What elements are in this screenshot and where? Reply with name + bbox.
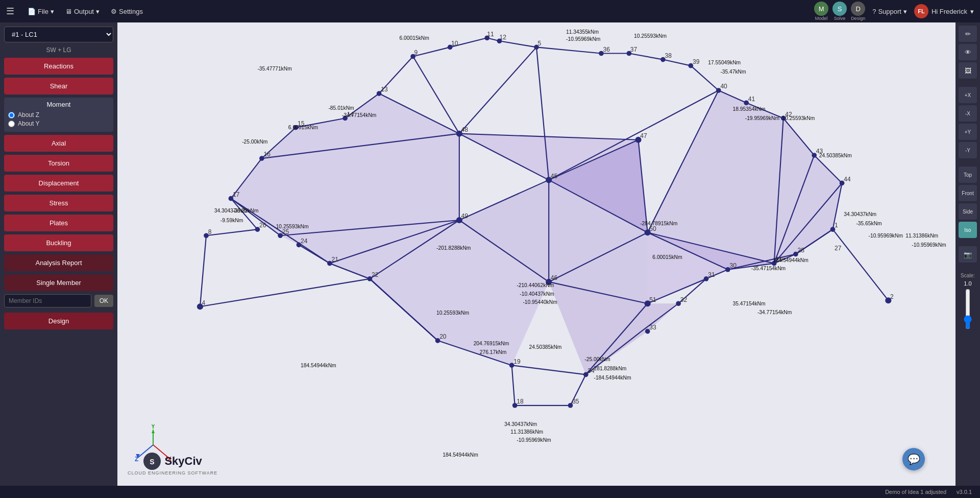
torsion-button[interactable]: Torsion — [4, 155, 113, 172]
svg-text:18.95354kNm: 18.95354kNm — [733, 106, 766, 112]
svg-text:-201.8288kNm: -201.8288kNm — [436, 245, 471, 251]
svg-text:-25.00kNm: -25.00kNm — [242, 139, 267, 145]
svg-text:27: 27 — [835, 245, 842, 252]
svg-text:-35.47771kNm: -35.47771kNm — [257, 66, 291, 72]
image-button[interactable]: 🖼 — [959, 62, 977, 79]
svg-line-11 — [499, 41, 536, 47]
svg-text:11.34355kNm: 11.34355kNm — [566, 29, 599, 35]
svg-text:51: 51 — [649, 296, 656, 303]
svg-text:24.50385kNm: 24.50385kNm — [819, 153, 852, 158]
front-view-button[interactable]: Front — [959, 185, 977, 201]
stress-button[interactable]: Stress — [4, 195, 113, 211]
skyciv-logo: S SkyCiv CLOUD ENGINEERING SOFTWARE — [128, 452, 217, 476]
pencil-icon: ✏ — [965, 30, 971, 38]
ok-button[interactable]: OK — [94, 295, 113, 307]
support-button[interactable]: ? Support ▾ — [872, 8, 907, 15]
svg-text:38: 38 — [665, 52, 672, 59]
svg-text:10.25593kNm: 10.25593kNm — [634, 33, 667, 39]
image-icon: 🖼 — [965, 67, 971, 75]
svg-text:21: 21 — [332, 256, 339, 263]
structural-diagram: 9 10 11 12 5 36 37 38 39 40 41 42 43 44 … — [117, 22, 955, 486]
about-y-row: About Y — [8, 120, 109, 127]
top-view-button[interactable]: Top — [959, 167, 977, 183]
user-avatar: FL — [914, 4, 928, 18]
analysis-report-button[interactable]: Analysis Report — [4, 254, 113, 271]
svg-text:-10.95969kNm: -10.95969kNm — [517, 437, 551, 443]
svg-text:37: 37 — [630, 46, 638, 53]
scale-slider[interactable] — [963, 289, 973, 329]
file-icon: 📄 — [28, 8, 36, 15]
mode-design-btn[interactable]: D — [851, 2, 865, 16]
svg-text:10.25593kNm: 10.25593kNm — [276, 224, 309, 229]
mode-model-group: M Model — [814, 2, 828, 21]
svg-text:-34.77154kNm: -34.77154kNm — [342, 112, 376, 118]
file-menu[interactable]: 📄 File ▾ — [23, 6, 58, 17]
moment-section: Moment About Z About Y — [4, 98, 113, 132]
svg-text:36: 36 — [603, 46, 610, 53]
svg-text:30: 30 — [730, 262, 737, 269]
camera-button[interactable]: 📷 — [959, 246, 977, 263]
single-member-button[interactable]: Single Member — [4, 274, 113, 291]
about-z-radio[interactable] — [8, 112, 15, 118]
displacement-button[interactable]: Displacement — [4, 175, 113, 192]
plus-x-button[interactable]: +X — [959, 87, 977, 103]
svg-text:24.50385kNm: 24.50385kNm — [529, 344, 561, 350]
svg-text:-210.44062kNm: -210.44062kNm — [517, 282, 554, 288]
iso-view-button[interactable]: Iso — [959, 222, 977, 238]
about-y-radio[interactable] — [8, 121, 15, 127]
member-id-input[interactable] — [4, 294, 91, 307]
load-case-select[interactable]: #1 - LC1 — [4, 27, 113, 42]
svg-text:6.00015kNm: 6.00015kNm — [288, 125, 318, 130]
side-view-button[interactable]: Side — [959, 203, 977, 220]
svg-line-22 — [206, 229, 257, 235]
svg-text:-10.95969kNm: -10.95969kNm — [912, 242, 946, 248]
plus-y-button[interactable]: +Y — [959, 124, 977, 140]
user-button[interactable]: FL Hi Frederick ▾ — [914, 4, 974, 18]
svg-text:-10.95969kNm: -10.95969kNm — [566, 36, 600, 42]
svg-text:8: 8 — [208, 228, 212, 235]
svg-text:31: 31 — [708, 271, 715, 278]
mode-solve-btn[interactable]: S — [832, 2, 847, 16]
minus-x-button[interactable]: -X — [959, 105, 977, 122]
shear-button[interactable]: Shear — [4, 78, 113, 94]
svg-text:204.76915kNm: 204.76915kNm — [474, 341, 509, 346]
member-id-row: OK — [4, 294, 113, 307]
svg-text:17.55049kNm: 17.55049kNm — [708, 60, 741, 65]
topbar-nav: 📄 File ▾ 🖥 Output ▾ ⚙ Settings — [23, 6, 147, 17]
svg-text:276.17kNm: 276.17kNm — [480, 349, 507, 355]
settings-menu[interactable]: ⚙ Settings — [107, 6, 147, 17]
svg-text:-34.77154kNm: -34.77154kNm — [757, 310, 792, 315]
support-chevron-icon: ▾ — [903, 8, 907, 15]
svg-text:-25.00kNm: -25.00kNm — [584, 357, 610, 362]
topbar: ☰ 📄 File ▾ 🖥 Output ▾ ⚙ Settings M Model — [0, 0, 980, 22]
scale-control: Scale: 1.0 — [961, 271, 975, 331]
demo-text: Demo of Idea 1 adjusted — [885, 489, 946, 495]
svg-marker-227 — [152, 430, 155, 433]
reactions-button[interactable]: Reactions — [4, 58, 113, 75]
minus-y-button[interactable]: -Y — [959, 142, 977, 158]
pencil-button[interactable]: ✏ — [959, 26, 977, 42]
svg-text:20: 20 — [439, 333, 447, 340]
svg-text:48: 48 — [461, 126, 468, 133]
mode-model-btn[interactable]: M — [814, 2, 828, 16]
hamburger-menu[interactable]: ☰ — [6, 6, 14, 17]
axial-button[interactable]: Axial — [4, 135, 113, 152]
svg-text:39: 39 — [693, 58, 700, 65]
svg-text:-35.65kNm: -35.65kNm — [856, 221, 881, 226]
design-button[interactable]: Design — [4, 313, 113, 329]
sidebar: #1 - LC1 SW + LG Reactions Shear Moment … — [0, 22, 117, 486]
mode-design-group: D Design — [851, 2, 865, 21]
svg-text:-35.47kNm: -35.47kNm — [720, 69, 746, 75]
svg-text:28: 28 — [798, 247, 805, 254]
svg-text:184.54944kNm: 184.54944kNm — [773, 257, 808, 263]
viewport[interactable]: 9 10 11 12 5 36 37 38 39 40 41 42 43 44 … — [117, 22, 955, 486]
statusbar: Demo of Idea 1 adjusted v3.0.1 — [0, 486, 980, 498]
svg-text:22: 22 — [372, 271, 379, 278]
output-menu[interactable]: 🖥 Output ▾ — [61, 6, 104, 17]
svg-text:-35.47154kNm: -35.47154kNm — [751, 266, 786, 271]
svg-text:1: 1 — [835, 222, 838, 229]
buckling-button[interactable]: Buckling — [4, 234, 113, 251]
plates-button[interactable]: Plates — [4, 215, 113, 231]
visibility-button[interactable]: 👁 — [959, 44, 977, 60]
chat-button[interactable]: 💬 — [902, 448, 925, 470]
